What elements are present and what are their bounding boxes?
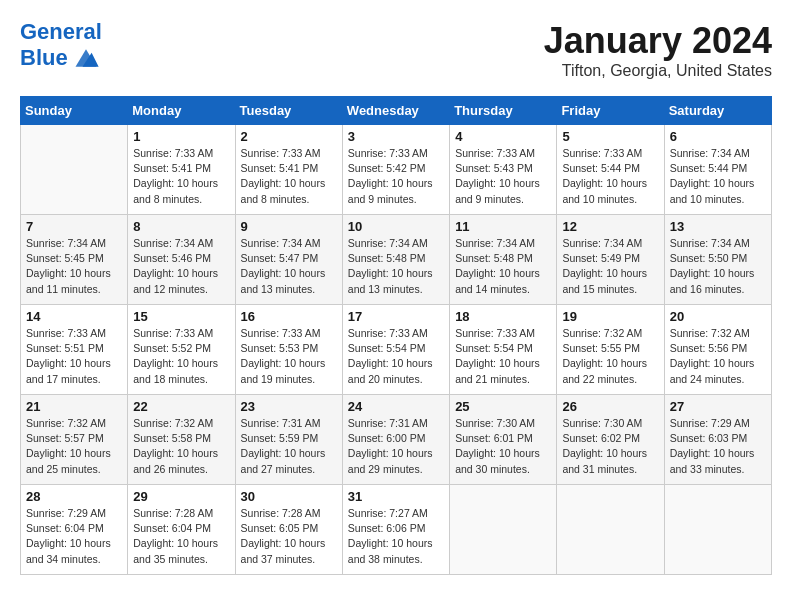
day-number: 31 xyxy=(348,489,444,504)
page-header: General Blue January 2024 Tifton, Georgi… xyxy=(20,20,772,80)
day-number: 5 xyxy=(562,129,658,144)
calendar-cell xyxy=(557,485,664,575)
title-block: January 2024 Tifton, Georgia, United Sta… xyxy=(544,20,772,80)
day-info: Sunrise: 7:32 AM Sunset: 5:56 PM Dayligh… xyxy=(670,326,766,387)
weekday-header-friday: Friday xyxy=(557,97,664,125)
calendar-cell: 28Sunrise: 7:29 AM Sunset: 6:04 PM Dayli… xyxy=(21,485,128,575)
day-number: 2 xyxy=(241,129,337,144)
logo: General Blue xyxy=(20,20,102,72)
calendar-cell: 13Sunrise: 7:34 AM Sunset: 5:50 PM Dayli… xyxy=(664,215,771,305)
day-number: 17 xyxy=(348,309,444,324)
calendar-cell: 14Sunrise: 7:33 AM Sunset: 5:51 PM Dayli… xyxy=(21,305,128,395)
day-number: 20 xyxy=(670,309,766,324)
calendar-cell: 20Sunrise: 7:32 AM Sunset: 5:56 PM Dayli… xyxy=(664,305,771,395)
calendar-cell: 15Sunrise: 7:33 AM Sunset: 5:52 PM Dayli… xyxy=(128,305,235,395)
calendar-cell: 30Sunrise: 7:28 AM Sunset: 6:05 PM Dayli… xyxy=(235,485,342,575)
day-info: Sunrise: 7:32 AM Sunset: 5:57 PM Dayligh… xyxy=(26,416,122,477)
day-number: 13 xyxy=(670,219,766,234)
calendar-cell: 23Sunrise: 7:31 AM Sunset: 5:59 PM Dayli… xyxy=(235,395,342,485)
week-row-3: 14Sunrise: 7:33 AM Sunset: 5:51 PM Dayli… xyxy=(21,305,772,395)
day-info: Sunrise: 7:27 AM Sunset: 6:06 PM Dayligh… xyxy=(348,506,444,567)
calendar-cell xyxy=(664,485,771,575)
day-number: 15 xyxy=(133,309,229,324)
calendar-cell: 21Sunrise: 7:32 AM Sunset: 5:57 PM Dayli… xyxy=(21,395,128,485)
day-number: 23 xyxy=(241,399,337,414)
day-number: 25 xyxy=(455,399,551,414)
day-info: Sunrise: 7:33 AM Sunset: 5:51 PM Dayligh… xyxy=(26,326,122,387)
location: Tifton, Georgia, United States xyxy=(544,62,772,80)
day-info: Sunrise: 7:34 AM Sunset: 5:44 PM Dayligh… xyxy=(670,146,766,207)
day-info: Sunrise: 7:34 AM Sunset: 5:48 PM Dayligh… xyxy=(348,236,444,297)
day-info: Sunrise: 7:34 AM Sunset: 5:48 PM Dayligh… xyxy=(455,236,551,297)
day-info: Sunrise: 7:33 AM Sunset: 5:53 PM Dayligh… xyxy=(241,326,337,387)
day-info: Sunrise: 7:32 AM Sunset: 5:55 PM Dayligh… xyxy=(562,326,658,387)
day-info: Sunrise: 7:32 AM Sunset: 5:58 PM Dayligh… xyxy=(133,416,229,477)
calendar-cell: 18Sunrise: 7:33 AM Sunset: 5:54 PM Dayli… xyxy=(450,305,557,395)
day-number: 18 xyxy=(455,309,551,324)
week-row-4: 21Sunrise: 7:32 AM Sunset: 5:57 PM Dayli… xyxy=(21,395,772,485)
day-number: 30 xyxy=(241,489,337,504)
calendar-cell xyxy=(450,485,557,575)
day-number: 14 xyxy=(26,309,122,324)
day-number: 16 xyxy=(241,309,337,324)
day-info: Sunrise: 7:33 AM Sunset: 5:42 PM Dayligh… xyxy=(348,146,444,207)
day-info: Sunrise: 7:33 AM Sunset: 5:41 PM Dayligh… xyxy=(133,146,229,207)
day-number: 26 xyxy=(562,399,658,414)
week-row-1: 1Sunrise: 7:33 AM Sunset: 5:41 PM Daylig… xyxy=(21,125,772,215)
day-number: 29 xyxy=(133,489,229,504)
calendar-cell: 31Sunrise: 7:27 AM Sunset: 6:06 PM Dayli… xyxy=(342,485,449,575)
weekday-header-row: SundayMondayTuesdayWednesdayThursdayFrid… xyxy=(21,97,772,125)
calendar-cell: 29Sunrise: 7:28 AM Sunset: 6:04 PM Dayli… xyxy=(128,485,235,575)
day-info: Sunrise: 7:34 AM Sunset: 5:46 PM Dayligh… xyxy=(133,236,229,297)
day-info: Sunrise: 7:33 AM Sunset: 5:41 PM Dayligh… xyxy=(241,146,337,207)
month-title: January 2024 xyxy=(544,20,772,62)
day-number: 11 xyxy=(455,219,551,234)
logo-text: General xyxy=(20,20,102,44)
day-info: Sunrise: 7:29 AM Sunset: 6:03 PM Dayligh… xyxy=(670,416,766,477)
day-info: Sunrise: 7:30 AM Sunset: 6:01 PM Dayligh… xyxy=(455,416,551,477)
day-number: 22 xyxy=(133,399,229,414)
weekday-header-monday: Monday xyxy=(128,97,235,125)
calendar-cell xyxy=(21,125,128,215)
day-info: Sunrise: 7:28 AM Sunset: 6:04 PM Dayligh… xyxy=(133,506,229,567)
weekday-header-thursday: Thursday xyxy=(450,97,557,125)
weekday-header-wednesday: Wednesday xyxy=(342,97,449,125)
day-number: 12 xyxy=(562,219,658,234)
calendar-cell: 26Sunrise: 7:30 AM Sunset: 6:02 PM Dayli… xyxy=(557,395,664,485)
day-number: 8 xyxy=(133,219,229,234)
day-number: 10 xyxy=(348,219,444,234)
calendar-cell: 8Sunrise: 7:34 AM Sunset: 5:46 PM Daylig… xyxy=(128,215,235,305)
calendar-cell: 17Sunrise: 7:33 AM Sunset: 5:54 PM Dayli… xyxy=(342,305,449,395)
day-info: Sunrise: 7:33 AM Sunset: 5:54 PM Dayligh… xyxy=(348,326,444,387)
day-number: 4 xyxy=(455,129,551,144)
calendar-cell: 9Sunrise: 7:34 AM Sunset: 5:47 PM Daylig… xyxy=(235,215,342,305)
week-row-5: 28Sunrise: 7:29 AM Sunset: 6:04 PM Dayli… xyxy=(21,485,772,575)
day-info: Sunrise: 7:33 AM Sunset: 5:43 PM Dayligh… xyxy=(455,146,551,207)
day-number: 9 xyxy=(241,219,337,234)
day-info: Sunrise: 7:31 AM Sunset: 5:59 PM Dayligh… xyxy=(241,416,337,477)
logo-blue-text: Blue xyxy=(20,46,68,70)
day-info: Sunrise: 7:34 AM Sunset: 5:50 PM Dayligh… xyxy=(670,236,766,297)
calendar-cell: 25Sunrise: 7:30 AM Sunset: 6:01 PM Dayli… xyxy=(450,395,557,485)
calendar-cell: 22Sunrise: 7:32 AM Sunset: 5:58 PM Dayli… xyxy=(128,395,235,485)
day-info: Sunrise: 7:30 AM Sunset: 6:02 PM Dayligh… xyxy=(562,416,658,477)
day-info: Sunrise: 7:34 AM Sunset: 5:45 PM Dayligh… xyxy=(26,236,122,297)
day-info: Sunrise: 7:31 AM Sunset: 6:00 PM Dayligh… xyxy=(348,416,444,477)
day-number: 28 xyxy=(26,489,122,504)
weekday-header-sunday: Sunday xyxy=(21,97,128,125)
day-number: 19 xyxy=(562,309,658,324)
calendar-cell: 19Sunrise: 7:32 AM Sunset: 5:55 PM Dayli… xyxy=(557,305,664,395)
week-row-2: 7Sunrise: 7:34 AM Sunset: 5:45 PM Daylig… xyxy=(21,215,772,305)
weekday-header-tuesday: Tuesday xyxy=(235,97,342,125)
calendar-cell: 7Sunrise: 7:34 AM Sunset: 5:45 PM Daylig… xyxy=(21,215,128,305)
day-number: 27 xyxy=(670,399,766,414)
day-number: 6 xyxy=(670,129,766,144)
calendar-cell: 2Sunrise: 7:33 AM Sunset: 5:41 PM Daylig… xyxy=(235,125,342,215)
day-number: 1 xyxy=(133,129,229,144)
calendar-table: SundayMondayTuesdayWednesdayThursdayFrid… xyxy=(20,96,772,575)
calendar-cell: 4Sunrise: 7:33 AM Sunset: 5:43 PM Daylig… xyxy=(450,125,557,215)
calendar-cell: 16Sunrise: 7:33 AM Sunset: 5:53 PM Dayli… xyxy=(235,305,342,395)
day-info: Sunrise: 7:33 AM Sunset: 5:54 PM Dayligh… xyxy=(455,326,551,387)
calendar-cell: 5Sunrise: 7:33 AM Sunset: 5:44 PM Daylig… xyxy=(557,125,664,215)
weekday-header-saturday: Saturday xyxy=(664,97,771,125)
